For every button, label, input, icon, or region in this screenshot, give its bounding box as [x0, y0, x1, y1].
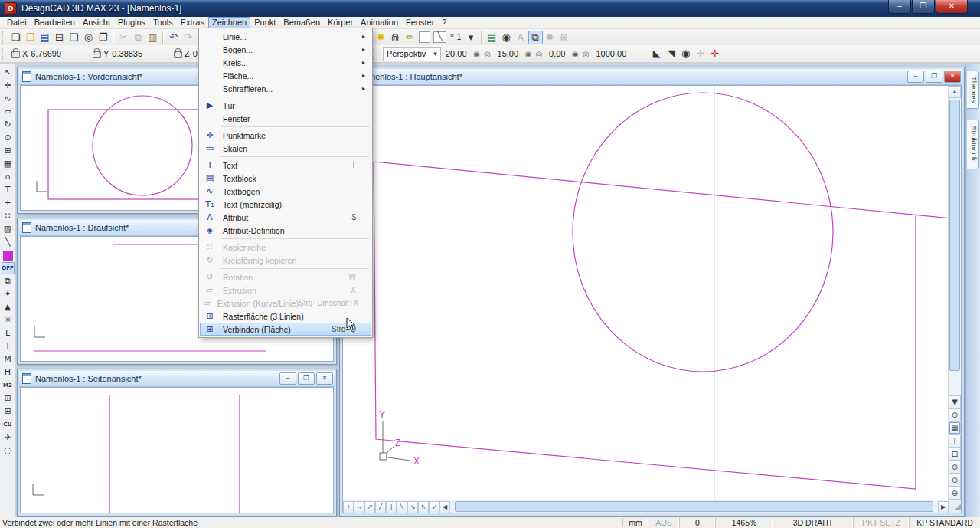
view-top-button[interactable]: ↑: [343, 501, 354, 513]
color-swatch[interactable]: [419, 31, 430, 43]
snap-off-button[interactable]: OFF: [2, 262, 15, 274]
scrollbar-track[interactable]: [949, 98, 961, 395]
lightbulb-off-icon[interactable]: ✸: [543, 31, 557, 44]
seitenansicht-canvas[interactable]: [20, 387, 334, 513]
copy-icon[interactable]: ⧉: [131, 31, 145, 44]
distance-value[interactable]: 1000.00: [596, 49, 626, 58]
lock-open-icon[interactable]: ⋒: [388, 31, 403, 44]
snap-midpoint2-icon[interactable]: M2: [2, 379, 15, 392]
snap-midpoint-icon[interactable]: M: [2, 353, 15, 366]
hauptansicht-canvas[interactable]: Y X Z: [343, 86, 949, 500]
status-units[interactable]: mm: [622, 518, 648, 527]
menubar-extras[interactable]: Extras: [177, 17, 208, 28]
box-3d-icon[interactable]: ▱: [2, 106, 15, 118]
status-ortho[interactable]: AUS: [648, 518, 679, 527]
walk-back-icon[interactable]: ◣: [649, 47, 664, 61]
rotation-value[interactable]: 0.00: [549, 49, 565, 58]
menubar-ansicht[interactable]: Ansicht: [79, 17, 114, 28]
zoom-tool-icon[interactable]: ✦: [2, 288, 15, 300]
snap-line-icon[interactable]: L: [2, 327, 15, 339]
tab-themes[interactable]: Themes: [967, 71, 979, 109]
eye-level-icon[interactable]: ◉: [678, 47, 693, 61]
close-button[interactable]: ✕: [936, 0, 968, 14]
pan-icon[interactable]: ✛: [949, 435, 961, 448]
menu-item-textbogen[interactable]: ∿ Textbogen: [200, 185, 371, 198]
linestyle-swatch[interactable]: ╲: [433, 31, 446, 43]
menubar-tools[interactable]: Tools: [149, 17, 177, 28]
view-mode-select[interactable]: Perspektiv ▾: [383, 47, 441, 61]
pencil-icon[interactable]: ✏: [403, 31, 417, 44]
coordinate-x[interactable]: X 6.76699: [8, 49, 90, 58]
menubar-fenster[interactable]: Fenster: [402, 17, 438, 28]
snap-grid-icon[interactable]: ⊞: [2, 392, 15, 405]
view-right-button[interactable]: →: [354, 501, 364, 513]
menu-item-extrusion-kurve[interactable]: ▱ Extrusion (Kurve/Linie) Strg+Umschalt+…: [200, 297, 371, 310]
spline-tool-icon[interactable]: ∿: [2, 93, 15, 105]
snap-h-icon[interactable]: H: [2, 366, 15, 379]
window-titlebar[interactable]: Namenlos-1 : Hauptansicht* – ❐ ✕: [341, 69, 962, 85]
lightbulb-on-icon[interactable]: ✸: [374, 31, 388, 44]
page-setup-icon[interactable]: ❑: [67, 31, 81, 44]
shade-mode-icon[interactable]: ▲: [2, 301, 15, 313]
print-preview-icon[interactable]: ◎: [81, 31, 96, 44]
menubar-plugins[interactable]: Plugins: [114, 17, 149, 28]
door-tool-icon[interactable]: ⌂: [2, 171, 15, 183]
snap-custom-icon[interactable]: CU: [2, 418, 15, 431]
linewidth-dropdown-icon[interactable]: ▾: [464, 31, 479, 44]
print-icon[interactable]: ⊟: [52, 31, 67, 44]
menubar-datei[interactable]: Datei: [3, 17, 31, 28]
eye-decrease-icon[interactable]: ◎: [580, 50, 591, 58]
menu-item-tuer[interactable]: ▶ Tür: [200, 99, 371, 112]
snap-target-icon[interactable]: ✛: [693, 47, 707, 61]
line-tool-icon[interactable]: ╲: [2, 236, 15, 248]
window-titlebar[interactable]: Namenlos-1 : Seitenansicht* – ❐ ✕: [19, 371, 335, 387]
move-tool-icon[interactable]: ✛: [2, 80, 15, 92]
redo-icon[interactable]: ↷: [181, 31, 195, 44]
view-iso4-button[interactable]: ↙: [429, 501, 439, 513]
menubar-animation[interactable]: Animation: [357, 17, 402, 28]
menu-item-textblock[interactable]: ▤ Textblock: [200, 172, 371, 185]
status-point-set[interactable]: PKT SETZ: [853, 518, 909, 527]
record-point-icon[interactable]: ⊙: [949, 408, 961, 421]
view-angle1-button[interactable]: ╱: [375, 501, 386, 513]
new-document-icon[interactable]: ❏: [8, 31, 23, 44]
point-target-icon[interactable]: ✛: [707, 47, 722, 61]
window-minimize-button[interactable]: –: [907, 71, 924, 83]
layers-icon[interactable]: ▤: [485, 31, 499, 44]
undo-icon[interactable]: ↶: [166, 31, 181, 44]
window-maximize-button[interactable]: ❐: [926, 71, 942, 83]
surface-grid-icon[interactable]: ⊞: [2, 145, 15, 157]
eye-increase-icon[interactable]: ◉: [523, 50, 534, 58]
zoom-window-icon[interactable]: ⊡: [949, 448, 961, 461]
zoom-out-icon[interactable]: ⊖: [949, 487, 961, 500]
array-icon[interactable]: ∷: [2, 210, 15, 222]
menu-item-linie[interactable]: Linie... ▸: [200, 30, 371, 43]
zoom-extents-icon[interactable]: ⊙: [949, 474, 961, 487]
plot-icon[interactable]: ❐: [96, 31, 110, 44]
menu-item-kreisfoermig-kopieren[interactable]: ↻ Kreisförmig kopieren: [200, 254, 371, 267]
menu-item-flaeche[interactable]: Fläche... ▸: [200, 69, 371, 82]
eye-increase-icon[interactable]: ◉: [570, 50, 580, 58]
toolbar-grip[interactable]: [2, 31, 7, 44]
grid-toggle-icon[interactable]: ▦: [949, 421, 961, 435]
vertical-scrollbar[interactable]: ▲: [948, 86, 961, 395]
view-iso3-button[interactable]: ↖: [418, 501, 429, 513]
point-mark-icon[interactable]: +: [2, 197, 15, 209]
cut-icon[interactable]: ✂: [116, 31, 131, 44]
scroll-right-icon[interactable]: ▶: [938, 501, 949, 513]
menu-item-attribut-definition[interactable]: ◈ Attribut-Definition: [200, 224, 371, 237]
status-kp[interactable]: KP STANDARD: [909, 518, 980, 527]
menu-item-extrusion[interactable]: ▱ Extrusion X: [200, 284, 371, 297]
select-previous-icon[interactable]: ⧉: [2, 275, 15, 287]
window-minimize-button[interactable]: –: [279, 372, 296, 385]
mesh-icon[interactable]: ▦: [2, 158, 15, 170]
menubar-zeichnen[interactable]: Zeichnen: [208, 17, 250, 28]
scrollbar-thumb[interactable]: [949, 100, 960, 371]
active-color-swatch[interactable]: [3, 251, 13, 261]
eye-increase-icon[interactable]: ◉: [472, 50, 482, 58]
attribute-display-icon[interactable]: A: [514, 31, 528, 44]
menu-item-skalen[interactable]: ▭ Skalen: [200, 142, 371, 155]
lock-z-icon[interactable]: [174, 51, 182, 58]
toolbar-grip[interactable]: [373, 48, 378, 60]
select-cursor-icon[interactable]: ↖: [2, 67, 15, 79]
